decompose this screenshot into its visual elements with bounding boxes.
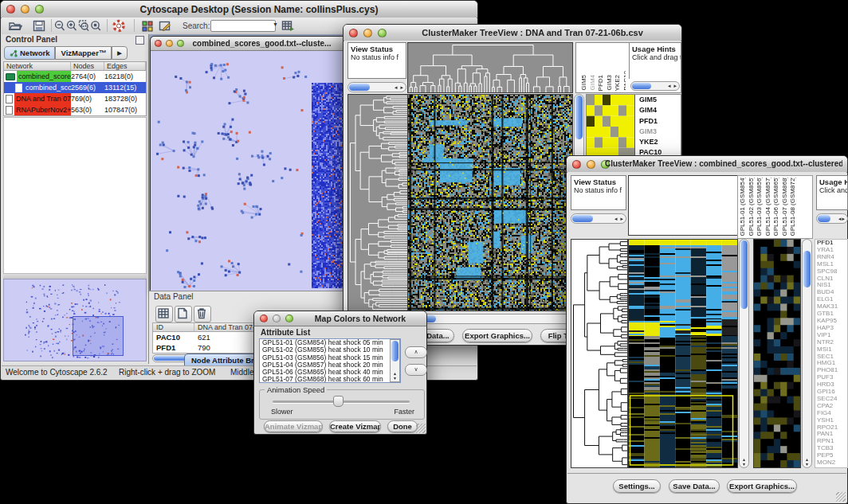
scrollbar-arrows[interactable]: ◂▸ (838, 215, 846, 221)
network-row[interactable]: RNAPuberNov2+I563(0)107847(0) (4, 104, 146, 115)
tv2-right-hscrollbar[interactable]: ◂▸ (816, 213, 848, 224)
settings-button[interactable]: Settings... (613, 479, 661, 493)
tv1-column-label[interactable]: PAC10 (623, 71, 626, 91)
tv1-row-label[interactable]: YKE2 (639, 137, 681, 147)
export-graphics-button[interactable]: Export Graphics... (727, 479, 797, 493)
scrollbar-thumb[interactable] (575, 96, 583, 139)
tv1-titlebar[interactable]: ClusterMaker TreeView : DNA and Tran 07-… (344, 25, 681, 41)
annotation-icon[interactable] (158, 19, 172, 33)
scrollbar-arrows[interactable]: ◂ ▸ (614, 215, 624, 221)
tv1-column-dendrogram-canvas[interactable] (408, 43, 572, 92)
zoom-fit-icon[interactable] (90, 19, 101, 33)
tv1-heatmap-pane[interactable] (407, 94, 573, 311)
vizmapper-palette-icon[interactable] (140, 19, 155, 33)
col-network[interactable]: Network (4, 62, 71, 70)
scrollbar-arrows[interactable]: ▴▾ (391, 371, 399, 381)
tv1-bottom-hscrollbar[interactable] (407, 314, 573, 324)
tv2-row-dendrogram-canvas[interactable] (571, 240, 627, 467)
tv2-heatmap-pane[interactable] (628, 239, 738, 468)
tab-vizmapper[interactable]: VizMapper™ (55, 46, 112, 60)
network-row[interactable]: combined_scores2764(0)16218(0) (4, 71, 146, 82)
tabs-overflow-arrow[interactable]: ▶ (112, 46, 127, 60)
tv1-row-dendrogram-pane[interactable] (347, 94, 408, 311)
speed-slider-thumb[interactable] (333, 396, 344, 407)
tv1-row-label[interactable]: GIM4 (639, 105, 681, 115)
attribute-list-item[interactable]: GPL51-07 (GSM868) heat shock 60 min (260, 376, 400, 383)
close-button[interactable] (260, 315, 268, 322)
resize-grip[interactable] (416, 424, 426, 433)
minimize-button[interactable] (587, 160, 595, 169)
minimize-button[interactable] (363, 29, 372, 37)
save-data-button[interactable]: Save Data... (669, 479, 720, 493)
tv1-right-hscrollbar[interactable]: ◂ ▸ (630, 81, 680, 91)
scrollbar-thumb[interactable] (740, 240, 748, 309)
minimize-button[interactable] (273, 315, 281, 322)
col-nodes[interactable]: Nodes (71, 62, 104, 70)
zoom-selected-icon[interactable] (78, 19, 89, 33)
attribute-table-icon[interactable] (155, 306, 173, 322)
tv1-column-label[interactable]: GIM5 (581, 75, 588, 91)
minimize-button[interactable] (21, 5, 29, 14)
tv2-column-label[interactable]: GPL51-08 (GSM872) (790, 178, 797, 236)
open-folder-icon[interactable] (8, 19, 22, 33)
network-overview-pane[interactable] (3, 279, 147, 361)
create-vizmap-button[interactable]: Create Vizmap (329, 420, 381, 432)
scrollbar-thumb[interactable] (391, 341, 398, 361)
done-button[interactable]: Done (387, 420, 418, 432)
zoom-button[interactable] (285, 315, 293, 322)
tv2-labels-vscrollbar[interactable]: ▴▾ (802, 239, 812, 468)
float-panel-icon[interactable] (135, 36, 144, 45)
tv1-column-label[interactable]: PFD1 (598, 75, 605, 91)
delete-attribute-trash-icon[interactable] (194, 306, 211, 322)
tv1-column-dendrogram-pane[interactable] (407, 42, 573, 93)
tv2-left-hscrollbar[interactable]: ◂ ▸ (571, 213, 626, 224)
tv2-zoom-heatmap-canvas[interactable] (754, 240, 800, 467)
network-row[interactable]: combined_sco2569(6)13112(15) (4, 82, 146, 93)
list-vscrollbar[interactable]: ▴▾ (390, 339, 400, 382)
scrollbar-thumb[interactable] (572, 215, 593, 222)
search-input[interactable] (210, 20, 276, 32)
scrollbar-arrows[interactable]: ◂ ▸ (395, 84, 404, 90)
tv1-zoom-heatmap-canvas[interactable] (587, 95, 635, 159)
resize-grip[interactable] (836, 492, 846, 502)
close-button[interactable] (6, 5, 15, 14)
animate-vizmap-button[interactable]: Animate Vizmap (264, 420, 323, 432)
tv2-heatmap-canvas[interactable] (629, 240, 737, 467)
minimize-button[interactable] (166, 40, 173, 47)
tv1-column-label[interactable]: GIM3 (607, 75, 614, 91)
scrollbar-arrows[interactable]: ▴▾ (803, 457, 811, 467)
network-canvas[interactable] (151, 51, 346, 291)
new-attribute-icon[interactable] (175, 306, 192, 322)
tv2-vscrollbar[interactable]: ▴▾ (739, 239, 749, 468)
main-titlebar[interactable]: Cytoscape Desktop (Session Name: collins… (1, 1, 477, 18)
tv2-column-label[interactable]: GPL51-04 (GSM857) (765, 178, 772, 236)
import-table-icon[interactable] (281, 19, 295, 33)
zoom-in-icon[interactable] (66, 19, 77, 33)
zoom-out-icon[interactable] (54, 19, 65, 33)
tv1-row-label[interactable]: GIM3 (639, 127, 681, 137)
zoom-button[interactable] (378, 29, 387, 37)
tv1-column-label[interactable]: GIM4 (590, 75, 597, 91)
tv2-column-dendrogram-pane[interactable] (628, 175, 738, 236)
col-id[interactable]: ID (153, 323, 194, 331)
scrollbar-thumb[interactable] (803, 251, 811, 287)
close-button[interactable] (572, 160, 581, 169)
tv1-heatmap-canvas[interactable] (408, 95, 572, 311)
network-row[interactable]: DNA and Tran 07769(0)183728(0) (4, 93, 146, 104)
tv2-column-label[interactable]: GPL51-06 (GSM865) (773, 178, 780, 236)
tv2-column-label[interactable]: GPL51-02 (GSM855) (748, 178, 756, 236)
tv1-row-label[interactable]: PFD1 (639, 116, 681, 127)
tv1-row-label[interactable]: GIM5 (639, 95, 681, 105)
tab-network[interactable]: Network (4, 46, 55, 60)
network-view-titlebar[interactable]: combined_scores_good.txt--cluste... (151, 37, 346, 51)
scrollbar-thumb[interactable] (349, 84, 370, 91)
scrollbar-arrows[interactable]: ▴▾ (740, 457, 748, 467)
tv1-left-hscrollbar[interactable]: ◂ ▸ (347, 82, 406, 92)
tv2-column-label[interactable]: GPL51-07 (GSM868) (782, 178, 789, 236)
move-up-button[interactable]: ∧ (405, 346, 427, 358)
scrollbar-thumb[interactable] (632, 83, 651, 89)
tv1-row-dendrogram-canvas[interactable] (348, 95, 407, 311)
tv2-row-dendrogram-pane[interactable] (571, 239, 628, 468)
tv2-column-label[interactable]: GPL51-01 (GSM854) (740, 178, 747, 236)
save-icon[interactable] (32, 19, 46, 33)
